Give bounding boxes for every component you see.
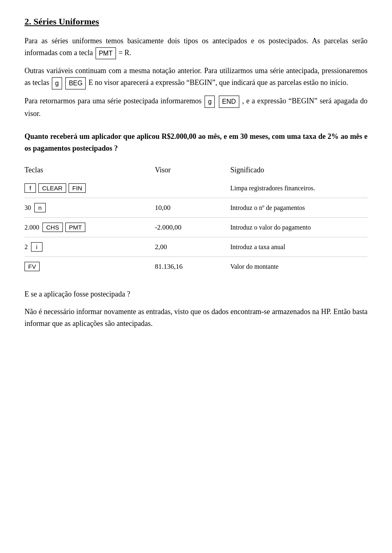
key-chs-2: CHS xyxy=(42,223,63,232)
paragraph-1: Para as séries uniformes temos basicamen… xyxy=(24,35,368,59)
key-number-2: 2.000 xyxy=(24,224,39,231)
table-row: fCLEARFINLimpa registradores financeiros… xyxy=(24,178,368,198)
section-title: 2. Séries Uniformes xyxy=(24,16,368,27)
visor-value-2: -2.000,00 xyxy=(155,223,181,231)
bold-question: Quanto receberá um aplicador que aplicou… xyxy=(24,131,368,154)
cell-visor-2: -2.000,00 xyxy=(155,218,230,237)
table-row: FV81.136,16Valor do montante xyxy=(24,257,368,276)
g-key-1: g xyxy=(52,77,62,89)
cell-significado-0: Limpa registradores financeiros. xyxy=(230,178,368,198)
visor-value-1: 10,00 xyxy=(155,204,170,212)
significado-text-2: Introduz o valor do pagamento xyxy=(230,224,311,231)
table-row: 2.000CHSPMT-2.000,00Introduz o valor do … xyxy=(24,218,368,237)
table-row: 30n10,00Introduz o nº de pagamentos xyxy=(24,198,368,218)
visor-value-4: 81.136,16 xyxy=(155,263,183,270)
key-fin-0: FIN xyxy=(69,183,86,193)
cell-visor-0 xyxy=(155,178,230,198)
cell-significado-3: Introduz a taxa anual xyxy=(230,237,368,257)
key-f-0: f xyxy=(24,183,36,193)
g-key-2: g xyxy=(205,96,215,108)
paragraph-2: Outras variáveis continuam com a mesma n… xyxy=(24,65,368,89)
significado-text-4: Valor do montante xyxy=(230,263,278,270)
key-number-1: 30 xyxy=(24,204,31,212)
cell-teclas-0: fCLEARFIN xyxy=(24,178,155,198)
footer-para-1: E se a aplicação fosse postecipada ? xyxy=(24,288,368,300)
key-number-3: 2 xyxy=(24,243,28,251)
cell-significado-2: Introduz o valor do pagamento xyxy=(230,218,368,237)
header-significado: Significado xyxy=(230,166,368,178)
table-row: 2i2,00Introduz a taxa anual xyxy=(24,237,368,257)
cell-teclas-2: 2.000CHSPMT xyxy=(24,218,155,237)
cell-significado-1: Introduz o nº de pagamentos xyxy=(230,198,368,218)
cell-teclas-3: 2i xyxy=(24,237,155,257)
end-key: END xyxy=(219,96,239,108)
para1-text: Para as séries uniformes temos basicamen… xyxy=(24,37,368,57)
cell-visor-3: 2,00 xyxy=(155,237,230,257)
header-teclas: Teclas xyxy=(24,166,155,178)
key-clear-0: CLEAR xyxy=(38,183,66,193)
key-i-3: i xyxy=(31,242,42,252)
cell-teclas-1: 30n xyxy=(24,198,155,218)
para3-pre: Para retornarmos para uma série postecip… xyxy=(24,97,202,105)
cell-visor-1: 10,00 xyxy=(155,198,230,218)
beg-key: BEG xyxy=(65,77,86,89)
visor-value-3: 2,00 xyxy=(155,243,167,251)
key-pmt-2: PMT xyxy=(65,223,86,232)
significado-text-1: Introduz o nº de pagamentos xyxy=(230,204,305,211)
para1-mid: = R. xyxy=(118,49,131,57)
para2-mid: E no visor aparecerá a expressão “BEGIN”… xyxy=(89,78,348,87)
cell-teclas-4: FV xyxy=(24,257,155,276)
calculation-table: Teclas Visor Significado fCLEARFINLimpa … xyxy=(24,166,368,276)
key-fv-4: FV xyxy=(24,262,40,271)
paragraph-3: Para retornarmos para uma série postecip… xyxy=(24,95,368,119)
footer-para-2: Não é necessário informar novamente as e… xyxy=(24,306,368,330)
key-n-1: n xyxy=(34,203,46,212)
cell-visor-4: 81.136,16 xyxy=(155,257,230,276)
significado-text-0: Limpa registradores financeiros. xyxy=(230,185,315,192)
significado-text-3: Introduz a taxa anual xyxy=(230,243,285,250)
cell-significado-4: Valor do montante xyxy=(230,257,368,276)
header-visor: Visor xyxy=(155,166,230,178)
pmt-key: PMT xyxy=(96,47,116,60)
